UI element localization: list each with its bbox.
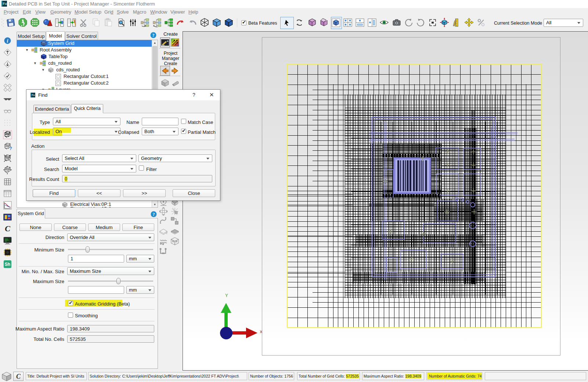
svg-text:C: C [5, 224, 10, 233]
svg-text:Y: Y [225, 293, 228, 299]
svg-text:?: ? [153, 212, 155, 217]
svg-text:?: ? [152, 33, 155, 38]
svg-text:Sh: Sh [5, 262, 10, 267]
svg-text:x: x [260, 329, 263, 335]
svg-text:i: i [7, 38, 8, 44]
svg-text:?: ? [9, 146, 12, 151]
